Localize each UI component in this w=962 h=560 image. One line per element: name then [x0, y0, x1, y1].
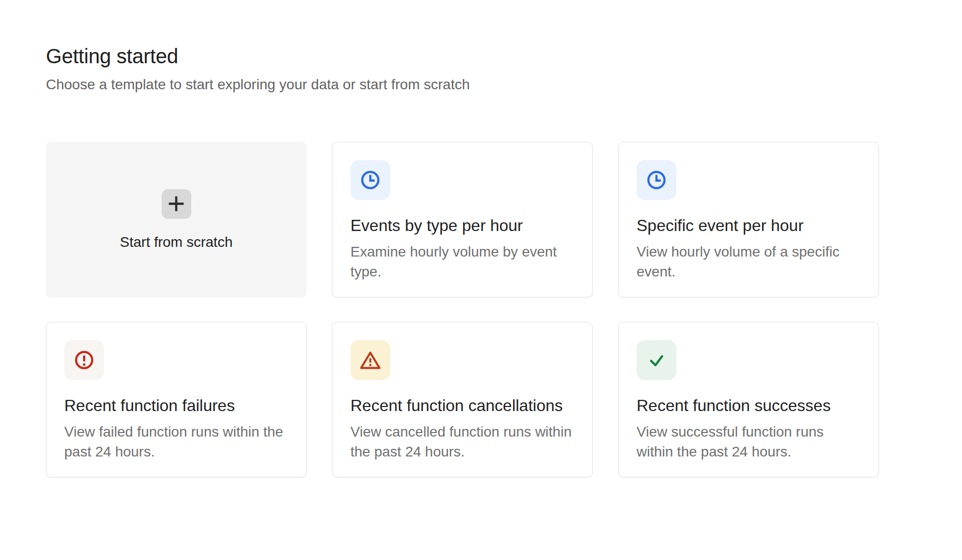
clock-icon — [637, 160, 676, 200]
card-description: Examine hourly volume by event type. — [350, 242, 574, 282]
card-description: View cancelled function runs within the … — [350, 422, 574, 462]
card-recent-function-cancellations[interactable]: Recent function cancellationsView cancel… — [332, 322, 593, 477]
plus-icon — [162, 189, 191, 219]
check-icon — [637, 340, 676, 380]
card-title: Recent function successes — [637, 395, 860, 416]
card-title: Events by type per hour — [350, 215, 574, 236]
card-title: Recent function failures — [64, 395, 288, 416]
card-description: View hourly volume of a specific event. — [637, 242, 860, 282]
card-recent-function-successes[interactable]: Recent function successesView successful… — [618, 322, 879, 477]
page-title: Getting started — [46, 44, 942, 68]
card-description: View failed function runs within the pas… — [64, 422, 288, 462]
card-description: View successful function runs within the… — [637, 422, 860, 462]
card-specific-event-per-hour[interactable]: Specific event per hourView hourly volum… — [618, 142, 879, 297]
alert-circle-icon — [64, 340, 104, 380]
getting-started-page: Getting started Choose a template to sta… — [0, 0, 962, 560]
card-start-from-scratch[interactable]: Start from scratch — [46, 142, 307, 297]
alert-triangle-icon — [350, 340, 390, 380]
card-title: Specific event per hour — [637, 215, 860, 236]
card-recent-function-failures[interactable]: Recent function failuresView failed func… — [46, 322, 307, 477]
card-label: Start from scratch — [120, 234, 233, 250]
card-events-by-type-per-hour[interactable]: Events by type per hourExamine hourly vo… — [332, 142, 593, 297]
template-grid: Start from scratchEvents by type per hou… — [46, 142, 942, 477]
card-title: Recent function cancellations — [350, 395, 574, 416]
page-subtitle: Choose a template to start exploring you… — [46, 75, 942, 94]
clock-icon — [350, 160, 390, 200]
